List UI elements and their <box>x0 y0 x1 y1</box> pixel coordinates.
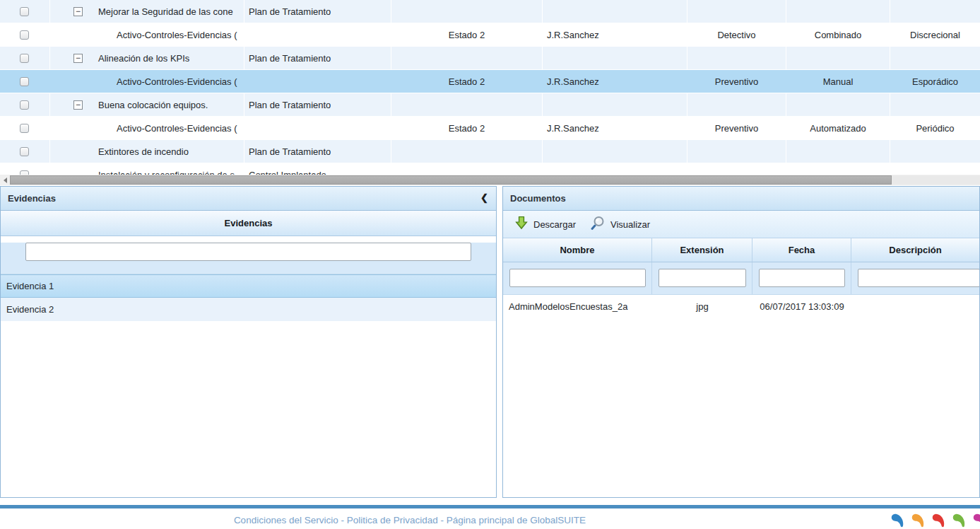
share-icon[interactable] <box>909 511 928 529</box>
grid-row-parent[interactable]: Instalación y reconfiguración de s Contr… <box>0 163 980 175</box>
responsable-cell: J.R.Sanchez <box>543 117 687 139</box>
share-icon[interactable] <box>930 511 948 529</box>
row-checkbox[interactable] <box>20 77 29 86</box>
controls-grid: −Mejorar la Seguridad de las cone Plan d… <box>0 0 980 175</box>
estado2-cell: Estado 2 <box>391 117 543 139</box>
share-icon[interactable] <box>971 511 980 529</box>
row-checkbox[interactable] <box>20 7 29 16</box>
control-name: Instalación y reconfiguración de s <box>98 170 235 175</box>
control-name: Activo-Controles-Evidencias ( <box>50 117 244 139</box>
evidencias-panel: Evidencias ❮ Evidencias Evidencia 1 Evid… <box>0 186 497 498</box>
modo-cell: Combinado <box>786 23 890 46</box>
grid-row-parent[interactable]: Extintores de incendio Plan de Tratamien… <box>0 140 980 163</box>
control-name: Activo-Controles-Evidencias ( <box>50 70 244 93</box>
control-name: Activo-Controles-Evidencias ( <box>50 23 244 46</box>
filter-fecha-input[interactable] <box>759 269 845 287</box>
grid-row-child[interactable]: Activo-Controles-Evidencias ( Estado 2 J… <box>0 117 980 140</box>
documentos-table-header: Nombre Extensión Fecha Descripción <box>503 238 979 262</box>
collapse-row-icon[interactable]: − <box>73 54 83 63</box>
documento-row[interactable]: AdminModelosEncuestas_2a jpg 06/07/2017 … <box>503 295 979 318</box>
evidencia-list-item[interactable]: Evidencia 2 <box>1 298 496 321</box>
evidencia-list-item-selected[interactable]: Evidencia 1 <box>1 274 496 298</box>
tipo-cell: Preventivo <box>687 117 786 139</box>
documento-nombre: AdminModelosEncuestas_2a <box>503 295 652 318</box>
row-checkbox[interactable] <box>20 54 29 63</box>
footer-divider-bar <box>0 505 980 508</box>
documento-fecha: 06/07/2017 13:03:09 <box>752 295 851 318</box>
row-checkbox[interactable] <box>20 124 29 133</box>
estado2-cell: Estado 2 <box>391 23 543 46</box>
scroll-left-button[interactable] <box>0 175 10 185</box>
control-name: Extintores de incendio <box>98 146 189 157</box>
grid-row-parent[interactable]: −Mejorar la Seguridad de las cone Plan d… <box>0 0 980 23</box>
row-checkbox[interactable] <box>20 100 29 110</box>
grid-row-child-selected[interactable]: Activo-Controles-Evidencias ( Estado 2 J… <box>0 70 980 93</box>
estado-cell: Plan de Tratamiento <box>244 140 391 163</box>
evidencias-column-header[interactable]: Evidencias <box>1 211 496 236</box>
share-icon[interactable] <box>950 511 969 529</box>
estado2-cell: Estado 2 <box>391 70 543 93</box>
documento-extension: jpg <box>652 295 752 318</box>
control-name: Buena colocación equipos. <box>98 100 208 110</box>
visualizar-label: Visualizar <box>610 219 650 230</box>
tipo-cell: Detectivo <box>687 23 786 46</box>
estado-cell: Control Implantado <box>244 163 391 175</box>
horizontal-scrollbar[interactable] <box>0 175 980 185</box>
column-header-nombre[interactable]: Nombre <box>503 238 652 262</box>
evidencias-filter-row <box>1 243 496 274</box>
scroll-left-icon <box>4 178 7 183</box>
collapse-row-icon[interactable]: − <box>73 100 83 110</box>
control-name: Alineación de los KPIs <box>98 53 189 64</box>
frecuencia-cell: Periódico <box>890 117 980 139</box>
filter-nombre-input[interactable] <box>509 269 646 287</box>
evidencias-filter-input[interactable] <box>25 243 471 261</box>
column-header-fecha[interactable]: Fecha <box>752 238 851 262</box>
estado-cell: Plan de Tratamiento <box>244 47 391 69</box>
estado-cell: Plan de Tratamiento <box>244 93 391 116</box>
scrollbar-thumb[interactable] <box>10 175 892 185</box>
evidencias-panel-header: Evidencias ❮ <box>1 187 496 211</box>
filter-descripcion-input[interactable] <box>858 269 980 287</box>
collapse-panel-icon[interactable]: ❮ <box>480 192 488 203</box>
scrollbar-track[interactable] <box>892 175 980 185</box>
row-checkbox[interactable] <box>20 147 29 156</box>
column-header-extension[interactable]: Extensión <box>652 238 752 262</box>
collapse-row-icon[interactable]: − <box>73 7 83 16</box>
responsable-cell: J.R.Sanchez <box>543 23 687 46</box>
column-header-descripcion[interactable]: Descripción <box>851 238 979 262</box>
documentos-filter-row <box>503 262 979 295</box>
app-window: −Mejorar la Seguridad de las cone Plan d… <box>0 0 980 529</box>
share-icon[interactable] <box>889 511 907 529</box>
modo-cell: Manual <box>786 70 890 93</box>
footer-links[interactable]: Condiciones del Servicio - Politica de P… <box>234 515 586 525</box>
tipo-cell: Preventivo <box>687 70 786 93</box>
row-checkbox[interactable] <box>20 30 29 40</box>
documentos-panel-title: Documentos <box>510 193 566 204</box>
estado-cell: Plan de Tratamiento <box>244 0 391 23</box>
grid-row-child[interactable]: Activo-Controles-Evidencias ( Estado 2 J… <box>0 23 980 47</box>
frecuencia-cell: Esporádico <box>890 70 980 93</box>
grid-row-parent[interactable]: −Buena colocación equipos. Plan de Trata… <box>0 93 980 117</box>
grid-row-parent[interactable]: −Alineación de los KPIs Plan de Tratamie… <box>0 47 980 70</box>
documentos-toolbar: Descargar Visualizar <box>503 211 979 238</box>
magnifier-icon <box>590 216 605 233</box>
evidencias-panel-title: Evidencias <box>8 193 56 204</box>
visualizar-button[interactable]: Visualizar <box>590 216 650 233</box>
documento-descripcion <box>851 295 979 318</box>
filter-extension-input[interactable] <box>659 269 746 287</box>
download-icon <box>515 216 528 233</box>
frecuencia-cell: Discrecional <box>890 23 980 46</box>
descargar-label: Descargar <box>533 219 576 230</box>
responsable-cell: J.R.Sanchez <box>543 70 687 93</box>
control-name: Mejorar la Seguridad de las cone <box>98 6 233 17</box>
descargar-button[interactable]: Descargar <box>515 216 576 233</box>
documentos-panel-header: Documentos <box>503 187 979 211</box>
documentos-panel: Documentos Descargar <box>502 186 980 498</box>
modo-cell: Automatizado <box>786 117 890 139</box>
